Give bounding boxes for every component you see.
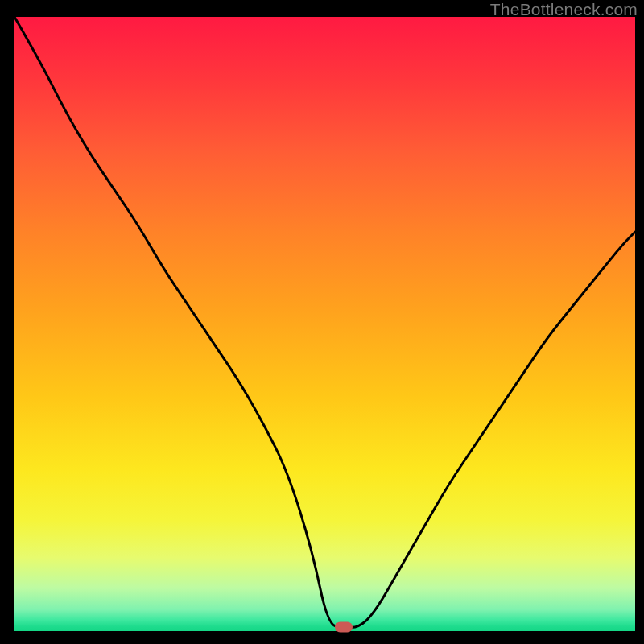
bottleneck-curve-path [14, 17, 635, 627]
chart-frame [9, 17, 635, 643]
plot-area [14, 17, 635, 631]
curve-svg [14, 17, 635, 631]
optimal-marker [335, 622, 353, 633]
